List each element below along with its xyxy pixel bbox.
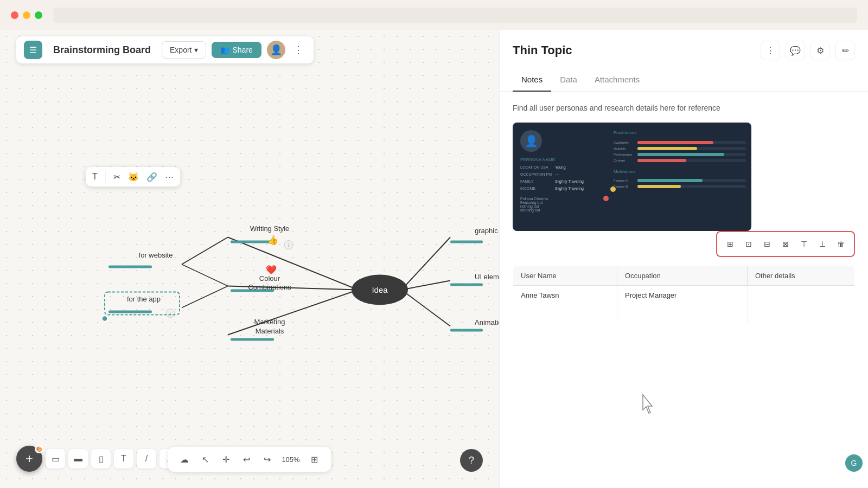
canvas-area[interactable]: ☰ Brainstorming Board Export ▾ 👥 Share 👤… <box>0 30 499 488</box>
persona-bio: Poliana ChromisFeaturing butnothing butM… <box>520 197 601 212</box>
table-delete-btn[interactable]: 🗑 <box>833 236 848 252</box>
close-dot[interactable] <box>11 11 18 19</box>
svg-text:Animation: Animation <box>475 318 499 326</box>
move-tool[interactable]: ✛ <box>218 451 234 467</box>
svg-text:UI elements: UI elements <box>475 273 499 281</box>
tab-attachments[interactable]: Attachments <box>586 68 648 92</box>
bar-row-1: Availability <box>614 141 746 144</box>
panel-more-button[interactable]: ⋮ <box>761 41 780 60</box>
svg-line-8 <box>401 290 450 326</box>
mindmap-canvas[interactable]: Idea Writing Style 👍 Colour Combinations… <box>0 30 499 488</box>
link-tool-icon[interactable]: 🔗 <box>146 172 157 182</box>
zoom-level: 105% <box>279 455 302 464</box>
grid-tool[interactable]: ⊞ <box>307 451 323 467</box>
panel-edit-button[interactable]: ✏ <box>835 41 855 60</box>
panel-content: Find all user personas and research deta… <box>500 92 868 488</box>
svg-text:Materials: Materials <box>256 327 284 335</box>
divider <box>105 171 106 182</box>
cell-name[interactable]: Anne Tawsn <box>513 286 617 305</box>
help-icon: ? <box>469 455 474 466</box>
user-avatar[interactable]: 👤 <box>267 41 285 59</box>
minimize-dot[interactable] <box>23 11 30 19</box>
chat-icon: 💬 <box>790 46 801 56</box>
add-icon: + <box>25 451 33 466</box>
table-tool-2[interactable]: ⊡ <box>741 236 756 252</box>
text-edit-toolbar: T ✂ 🐱 🔗 ⋯ <box>86 167 180 187</box>
redo-tool[interactable]: ↪ <box>259 451 275 467</box>
persona-image[interactable]: 👤 PERSONA NAME LOCATION USA Young OCCUPA… <box>513 123 751 231</box>
persona-avatar: 👤 <box>520 130 542 152</box>
cell-empty-2[interactable] <box>617 305 748 325</box>
panel-chat-button[interactable]: 💬 <box>786 41 805 60</box>
card-tool[interactable]: ▯ <box>91 449 111 468</box>
cell-empty-3[interactable] <box>747 305 854 325</box>
svg-line-4 <box>182 265 228 286</box>
export-button[interactable]: Export ▾ <box>162 41 206 59</box>
merge-icon: ⊤ <box>801 240 807 248</box>
badge-icon: G <box>851 459 857 467</box>
col-other: Other details <box>747 266 854 286</box>
avatar-icon: 👤 <box>525 134 538 147</box>
text-tool[interactable]: T <box>114 449 133 468</box>
hamburger-button[interactable]: ☰ <box>24 41 42 59</box>
help-button[interactable]: ? <box>460 449 483 472</box>
bottom-center-toolbar: ☁ ↖ ✛ ↩ ↪ 105% ⊞ <box>168 447 331 472</box>
svg-text:👍: 👍 <box>267 235 278 245</box>
svg-text:for the app: for the app <box>127 295 161 303</box>
row-below-icon: ⊠ <box>782 240 789 248</box>
cell-empty-1[interactable] <box>513 305 617 325</box>
text-tool-icon[interactable]: T <box>92 172 98 182</box>
cut-tool-icon[interactable]: ✂ <box>113 172 120 182</box>
tab-notes[interactable]: Notes <box>513 68 551 92</box>
board-title: Brainstorming Board <box>48 44 156 56</box>
panel-settings-button[interactable]: ⚙ <box>810 41 830 60</box>
more-options-button[interactable]: ⋮ <box>291 42 306 57</box>
table-tool-1[interactable]: ⊞ <box>723 236 738 252</box>
title-bar <box>0 0 868 30</box>
panel-title: Thin Topic <box>513 43 572 65</box>
bar-row-3: Performance <box>614 153 746 156</box>
persona-image-container: 👤 PERSONA NAME LOCATION USA Young OCCUPA… <box>513 123 855 257</box>
more-tool-icon[interactable]: ⋯ <box>165 172 174 182</box>
motivations-label: Motivations <box>614 169 746 174</box>
avatar-image: 👤 <box>270 44 282 56</box>
frustrations-label: Frustrations <box>614 130 746 135</box>
menu-icon: ☰ <box>29 45 37 55</box>
panel-actions: ⋮ 💬 ⚙ ✏ <box>761 41 855 68</box>
persona-right-panel: Frustrations Availability Usability Perf… <box>608 123 751 231</box>
persona-row-2: OCCUPATION PM — <box>520 172 601 176</box>
table-header-row: User Name Occupation Other details <box>513 266 855 286</box>
maximize-dot[interactable] <box>35 11 42 19</box>
share-icon: 👥 <box>220 46 229 54</box>
col-left-icon: ⊞ <box>727 240 733 248</box>
cell-occupation[interactable]: Project Manager <box>617 286 748 305</box>
table-tool-5[interactable]: ⊤ <box>796 236 812 252</box>
persona-name-label: PERSONA NAME <box>520 157 601 162</box>
table-tool-6[interactable]: ⊥ <box>815 236 830 252</box>
url-bar[interactable] <box>53 8 857 23</box>
undo-tool[interactable]: ↩ <box>238 451 254 467</box>
svg-text:i: i <box>288 243 289 248</box>
frame-icon: ▬ <box>74 454 82 464</box>
table-tool-4[interactable]: ⊠ <box>778 236 793 252</box>
table-tool-3[interactable]: ⊟ <box>760 236 775 252</box>
cell-other[interactable] <box>747 286 854 305</box>
col-right-icon: ⊡ <box>745 240 752 248</box>
bar-row-5: Feature A <box>614 179 746 182</box>
green-badge[interactable]: G <box>845 454 863 472</box>
svg-line-1 <box>228 286 358 290</box>
line-tool[interactable]: / <box>137 449 156 468</box>
bar-row-2: Usability <box>614 147 746 150</box>
frame-tool[interactable]: ▬ <box>68 449 88 468</box>
tab-data[interactable]: Data <box>551 68 586 92</box>
svg-text:graphic s: graphic s <box>475 227 499 235</box>
share-button[interactable]: 👥 Share <box>212 42 261 58</box>
emoji-tool-icon[interactable]: 🐱 <box>128 172 139 182</box>
select-tool[interactable]: ↖ <box>197 451 213 467</box>
persona-row-4: INCOME Slightly Traveling <box>520 187 601 190</box>
add-button[interactable]: + 🎨 <box>16 446 42 472</box>
cloud-tool[interactable]: ☁ <box>176 451 193 467</box>
panel-tabs: Notes Data Attachments <box>500 68 868 92</box>
rectangle-tool[interactable]: ▭ <box>46 449 65 468</box>
card-icon: ▯ <box>99 454 104 464</box>
